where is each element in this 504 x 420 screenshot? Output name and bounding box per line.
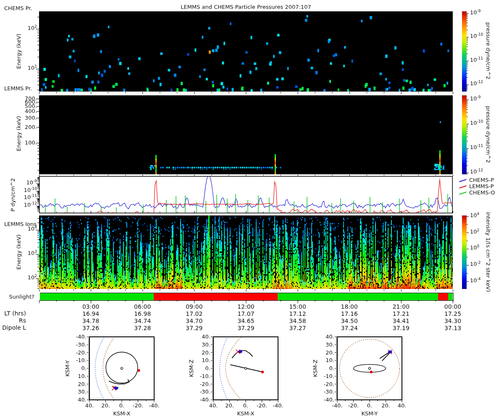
legend-line-chems-p [459,179,467,182]
legend-item-lemms-p: LEMMS-P [459,183,494,189]
chems-yaxis-label: Energy (keV) [16,34,22,69]
data-row-value: 37.26 [76,325,105,331]
colorbar-tick-label: 10-10 [470,32,483,39]
data-row-value: 16.94 [76,310,105,317]
time-tick-label: 12:00 [231,303,261,310]
legend-label-chems-p: CHEMS-P [469,177,494,183]
orbit-ytick-label: -30. [68,341,87,348]
pressure-ytick-label: 10-11 [0,194,37,200]
colorbar-tick-label: 10-2 [470,260,481,267]
data-row-value: 34.78 [76,318,105,324]
ions-ytick-label: 104 [0,225,37,232]
row-label-dipole: Dipole L [0,324,26,331]
data-row-value: 37.24 [335,325,364,331]
sunlight-label: Sunlight? [0,294,34,300]
data-row-value: 37.27 [283,325,312,331]
colorbar-intensity-label: intensity 1/(s cm^2 ster keV) [485,212,491,292]
orbit-ytick-label: -30. [192,388,210,395]
orbit-ytick-label: 30. [192,341,210,348]
orbit-ytick-label: -40. [316,396,334,403]
row-label-rs: Rs [0,317,26,324]
colorbar-tick-label: 10-12 [470,80,483,87]
orbit-ytick-label: 40. [68,396,87,403]
orbit1-xlabel: KSM-X [101,410,143,417]
orbit-ytick-label: -10. [68,357,87,363]
lemms-ytick-label: 100. [0,139,37,146]
orbit-ytick-label: -20. [68,349,87,356]
colorbar-tick-label: 10-11 [470,144,483,150]
legend-item-chems-p: CHEMS-P [459,177,494,183]
colorbar-mid-label: pressure dyne/cm^2 [485,106,491,163]
ions-ytick-label: 102 [0,274,37,281]
chems-panel-label: CHEMS Pr. [4,5,32,11]
colorbar-tick-label: 104 [470,212,479,218]
data-row-value: 37.29 [231,325,261,331]
time-tick-label: 21:00 [386,303,416,310]
time-tick-label: 03:00 [76,303,105,310]
pressure-ytick-label: 10-10 [0,186,37,193]
data-row-value: 17.02 [179,310,209,317]
data-row-value: 34.30 [438,318,467,324]
orbit-ytick-label: 30. [316,341,334,348]
orbit-ytick-label: 20. [316,349,334,356]
pressure-ytick-label: 10-9 [0,179,37,186]
orbit-ytick-label: 40. [192,333,210,340]
orbit-ytick-label: -10. [192,373,210,379]
data-row-value: 17.16 [335,310,364,317]
time-tick-label: 00:00 [438,303,467,310]
lemms-ytick-label: 300. [0,115,37,121]
legend-item-chems-o: CHEMS-O [459,189,495,196]
page-title: LEMMS and CHEMS Particle Pressures 2007:… [39,4,453,10]
time-tick-label: 18:00 [335,303,364,310]
lemms-yaxis-label: Energy (keV) [16,116,22,151]
data-row-value: 34.41 [386,318,416,324]
data-row-value: 16.98 [128,310,157,317]
legend-line-chems-o [459,192,467,194]
orbit-ytick-label: 10. [316,357,334,363]
colorbar-tick-label: 10-12 [470,168,483,175]
figure-root: LEMMS and CHEMS Particle Pressures 2007:… [0,0,504,420]
data-row-value: 34.50 [335,318,364,324]
legend-label-lemms-p: LEMMS-P [469,183,494,189]
colorbar-tick-label: 10-10 [470,119,483,126]
colorbar-tick-label: 102 [470,228,479,235]
orbit-ytick-label: 20. [192,349,210,356]
orbit-xtick-label: 40. [391,402,412,409]
data-row-value: 34.58 [283,318,312,324]
colorbar-tick-label: 10-9 [470,95,481,102]
orbit-ytick-label: 40. [316,333,334,340]
orbit-ytick-label: 0. [68,365,87,371]
lemms-ytick-label: 200. [0,124,37,130]
orbit-ytick-label: 20. [68,381,87,387]
data-row-value: 17.12 [283,310,312,317]
lemms-ytick-label: 400. [0,108,37,114]
chems-ytick-label: 101 [0,64,37,71]
orbit-ytick-label: -40. [68,333,87,340]
orbit-ytick-label: -10. [316,373,334,379]
ions-ytick-label: 103 [0,249,37,256]
data-row-value: 34.74 [128,318,157,324]
data-row-value: 37.29 [179,325,209,331]
orbit-ytick-label: 0. [192,365,210,371]
legend-label-chems-o: CHEMS-O [469,189,495,196]
orbit-ytick-label: -20. [192,381,210,387]
data-row-value: 37.13 [438,325,467,331]
orbit-xtick-label: -40. [268,402,289,409]
data-row-value: 17.21 [386,310,416,317]
chems-ytick-label: 102 [0,24,37,31]
colorbar-tick-label: 10-9 [470,9,481,16]
orbit3-xlabel: KSM-Y [349,410,391,417]
colorbar-tick-label: 10-4 [470,277,481,284]
legend-line-lemms-p [459,185,467,188]
colorbar-top-label: pressure dyne/cm^2 [485,22,491,79]
data-row-value: 17.25 [438,310,467,317]
data-row-value: 37.19 [386,325,416,331]
colorbar-tick-label: 10-11 [470,56,483,63]
row-label-lt: LT (hrs) [0,310,26,317]
orbit-ytick-label: -30. [316,388,334,395]
orbit-ytick-label: -20. [316,381,334,387]
colorbar-tick-label: 100 [470,244,479,251]
time-tick-label: 09:00 [179,303,209,310]
data-row-value: 34.70 [179,318,209,324]
orbit-ytick-label: 10. [68,373,87,379]
